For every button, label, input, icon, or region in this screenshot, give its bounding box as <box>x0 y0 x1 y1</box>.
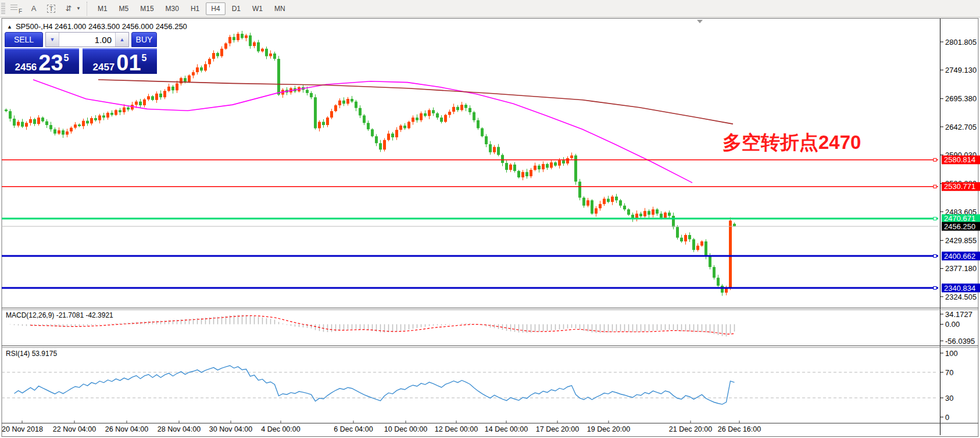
buy-price-display[interactable]: 2457 01 5 <box>83 48 157 74</box>
svg-text:4 Dec 00:00: 4 Dec 00:00 <box>261 425 300 433</box>
text-label-icon[interactable]: A <box>26 1 41 16</box>
volume-stepper: ▼ ▲ <box>45 32 129 47</box>
price-chart-canvas[interactable]: 2801.8052749.1302695.3802642.7052590.030… <box>0 17 980 438</box>
timeframe-button-M30[interactable]: M30 <box>160 2 184 15</box>
volume-decrease-button[interactable]: ▼ <box>46 33 59 47</box>
svg-text:2400.662: 2400.662 <box>944 252 975 261</box>
svg-text:17 Dec 20:00: 17 Dec 20:00 <box>536 425 579 433</box>
svg-text:10 Dec 00:00: 10 Dec 00:00 <box>384 425 427 433</box>
top-toolbar: F A T ⇵ ▼ M1M5M15M30H1H4D1W1MN <box>0 0 980 17</box>
symbol-header: ▲ SP500-,H4 2461.000 2463.500 2456.000 2… <box>7 22 187 31</box>
rsi-indicator-label: RSI(14) 53.9175 <box>6 350 57 358</box>
timeframe-button-D1[interactable]: D1 <box>227 2 246 15</box>
volume-increase-button[interactable]: ▲ <box>115 33 128 47</box>
macd-indicator-label: MACD(12,26,9) -21.7081 -42.3921 <box>6 311 113 319</box>
svg-text:100: 100 <box>945 349 958 358</box>
svg-text:6 Dec 04:00: 6 Dec 04:00 <box>334 425 373 433</box>
svg-text:2530.771: 2530.771 <box>944 182 975 191</box>
timeframe-bar: M1M5M15M30H1H4D1W1MN <box>87 2 291 16</box>
svg-text:-56.0395: -56.0395 <box>945 337 975 346</box>
svg-text:26 Dec 16:00: 26 Dec 16:00 <box>718 425 761 433</box>
svg-text:21 Dec 20:00: 21 Dec 20:00 <box>669 425 712 433</box>
svg-text:2801.805: 2801.805 <box>945 38 977 47</box>
timeframe-button-M15[interactable]: M15 <box>135 2 159 15</box>
svg-text:0: 0 <box>945 413 949 422</box>
svg-text:34.1727: 34.1727 <box>945 310 972 319</box>
svg-text:2580.814: 2580.814 <box>944 155 975 164</box>
buy-price-pips: 01 <box>116 54 141 72</box>
svg-text:2340.834: 2340.834 <box>944 284 975 293</box>
sell-price-fraction: 5 <box>64 54 69 63</box>
quotes-grid-icon[interactable]: F <box>10 2 24 16</box>
text-box-icon[interactable]: T <box>44 1 59 16</box>
svg-text:12 Dec 00:00: 12 Dec 00:00 <box>435 425 478 433</box>
chart-window: 2801.8052749.1302695.3802642.7052590.030… <box>0 17 980 438</box>
timeframe-button-W1[interactable]: W1 <box>247 2 268 15</box>
timeframe-button-M1[interactable]: M1 <box>92 2 113 15</box>
svg-text:30: 30 <box>945 394 953 403</box>
svg-text:30 Nov 04:00: 30 Nov 04:00 <box>209 425 252 433</box>
toolbar-grip[interactable] <box>1 2 5 15</box>
timeframe-button-M5[interactable]: M5 <box>114 2 134 15</box>
timeframe-button-H4[interactable]: H4 <box>206 2 225 15</box>
buy-price-fraction: 5 <box>142 54 147 63</box>
svg-text:2695.380: 2695.380 <box>945 94 977 103</box>
svg-text:2642.705: 2642.705 <box>945 123 977 131</box>
svg-text:2377.180: 2377.180 <box>945 264 977 273</box>
timeframe-button-H1[interactable]: H1 <box>185 2 205 15</box>
buy-button[interactable]: BUY <box>131 32 157 47</box>
collapse-triangle-icon[interactable]: ▲ <box>7 24 12 30</box>
svg-text:2429.855: 2429.855 <box>945 236 977 245</box>
sell-price-handle: 2456 <box>15 62 37 72</box>
svg-text:26 Nov 04:00: 26 Nov 04:00 <box>105 425 148 433</box>
symbol-ohlc-text: SP500-,H4 2461.000 2463.500 2456.000 245… <box>16 22 187 31</box>
svg-text:19 Dec 20:00: 19 Dec 20:00 <box>587 425 630 433</box>
timeframe-button-MN[interactable]: MN <box>269 2 291 15</box>
svg-text:70: 70 <box>945 368 953 377</box>
svg-text:2324.505: 2324.505 <box>945 293 977 301</box>
one-click-trading-panel: SELL ▼ ▲ BUY 2456 23 5 2457 01 5 <box>5 32 157 74</box>
sell-price-display[interactable]: 2456 23 5 <box>5 48 79 74</box>
buy-price-handle: 2457 <box>92 62 115 72</box>
svg-text:2749.130: 2749.130 <box>945 66 977 74</box>
svg-text:28 Nov 04:00: 28 Nov 04:00 <box>158 425 201 433</box>
chart-text-annotation: 多空转折点2470 <box>723 130 861 156</box>
svg-text:14 Dec 00:00: 14 Dec 00:00 <box>485 425 528 433</box>
volume-input[interactable] <box>59 33 115 47</box>
cycle-arrows-icon[interactable]: ⇵ <box>61 1 76 16</box>
sell-price-pips: 23 <box>38 54 63 72</box>
svg-text:0.00: 0.00 <box>945 320 960 329</box>
chevron-down-icon[interactable]: ▼ <box>76 6 81 11</box>
svg-text:20 Nov 2018: 20 Nov 2018 <box>2 425 43 433</box>
svg-text:2456.250: 2456.250 <box>944 222 975 231</box>
svg-text:22 Nov 04:00: 22 Nov 04:00 <box>53 425 96 433</box>
sell-button[interactable]: SELL <box>5 32 43 47</box>
